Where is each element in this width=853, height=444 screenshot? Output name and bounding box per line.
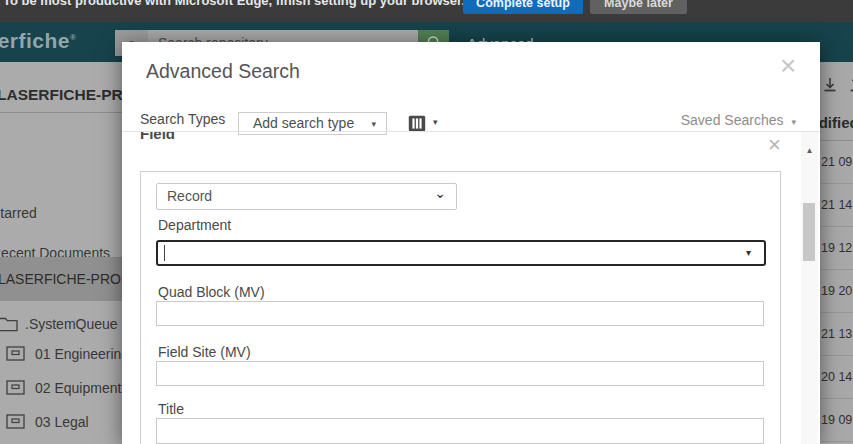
field-search-panel: Record ⌄ Department ▾ Quad Block (MV) Fi… — [140, 171, 781, 444]
results-table-strip: Modified 21 09: 21 14: 19 12: 19 20: 21 … — [820, 62, 853, 444]
template-select[interactable]: Record ⌄ — [156, 183, 457, 210]
modified-column-header[interactable]: Modified — [820, 114, 853, 131]
caret-down-icon: ▾ — [791, 117, 796, 127]
caret-down-icon: ▾ — [371, 119, 376, 129]
chevron-down-icon: ⌄ — [434, 185, 446, 201]
laserfiche-app-screen: To be most productive with Microsoft Edg… — [0, 0, 853, 444]
table-row[interactable]: 21 09: — [820, 141, 853, 184]
laserfiche-logo: Laserfiche® — [0, 29, 76, 53]
sidebar: LASERFICHE-PROD Starred Recent Documents… — [0, 62, 122, 444]
field-site-label: Field Site (MV) — [158, 344, 251, 360]
records-box-icon — [6, 380, 25, 395]
field-panel-title: Field — [140, 132, 175, 142]
banner-message: To be most productive with Microsoft Edg… — [3, 0, 465, 8]
sidebar-item-starred[interactable]: Starred — [0, 205, 37, 221]
quad-block-label: Quad Block (MV) — [158, 284, 265, 300]
records-box-icon — [6, 414, 25, 429]
scrollbar-thumb[interactable] — [803, 203, 815, 261]
field-site-input[interactable] — [156, 361, 764, 386]
search-types-label: Search Types — [140, 111, 225, 127]
text-cursor — [164, 245, 165, 261]
add-search-type-label: Add search type — [253, 115, 354, 131]
scroll-up-icon[interactable]: ▲ — [801, 146, 818, 155]
download-icon[interactable] — [821, 76, 839, 94]
sidebar-item-repository-selected[interactable]: LASERFICHE-PROD- — [0, 257, 122, 301]
modal-scroll-area: Field × Record ⌄ Department ▾ Quad Block… — [122, 132, 820, 444]
selected-repository-label: LASERFICHE-PROD- — [0, 257, 122, 301]
table-row[interactable]: 19 12: — [820, 227, 853, 270]
title-label: Title — [158, 401, 184, 417]
quad-block-input[interactable] — [156, 301, 764, 326]
modal-title: Advanced Search — [146, 60, 300, 83]
close-icon[interactable]: × — [768, 134, 781, 156]
records-box-icon — [6, 346, 25, 361]
table-row[interactable]: 21 14: — [820, 184, 853, 227]
caret-down-icon[interactable]: ▾ — [433, 117, 438, 127]
title-input[interactable] — [156, 418, 764, 444]
table-row[interactable]: 19 20: — [820, 270, 853, 313]
table-row[interactable]: 21 13: — [820, 313, 853, 356]
modal-scrollbar[interactable]: ▲ — [801, 132, 818, 444]
complete-setup-button[interactable]: Complete setup — [463, 0, 583, 14]
registered-mark: ® — [70, 33, 76, 42]
sidebar-divider — [0, 112, 122, 113]
table-row[interactable]: 20 14: — [820, 356, 853, 399]
columns-view-icon[interactable] — [408, 115, 426, 132]
edge-setup-banner: To be most productive with Microsoft Edg… — [0, 0, 853, 22]
caret-down-icon: ▾ — [746, 247, 751, 258]
folder-icon — [0, 315, 18, 332]
template-select-value: Record — [167, 188, 212, 204]
saved-searches-dropdown[interactable]: Saved Searches▾ — [681, 112, 796, 128]
department-combobox[interactable]: ▾ — [156, 240, 766, 266]
department-label: Department — [158, 217, 231, 233]
saved-searches-label: Saved Searches — [681, 112, 784, 128]
advanced-search-modal: Advanced Search × Search Types Add searc… — [122, 42, 820, 444]
export-icon[interactable] — [847, 76, 853, 94]
table-row[interactable]: 19 09: — [820, 399, 853, 442]
maybe-later-button[interactable]: Maybe later — [590, 0, 687, 14]
close-icon[interactable]: × — [780, 50, 796, 82]
repository-heading: LASERFICHE-PROD — [0, 86, 122, 104]
